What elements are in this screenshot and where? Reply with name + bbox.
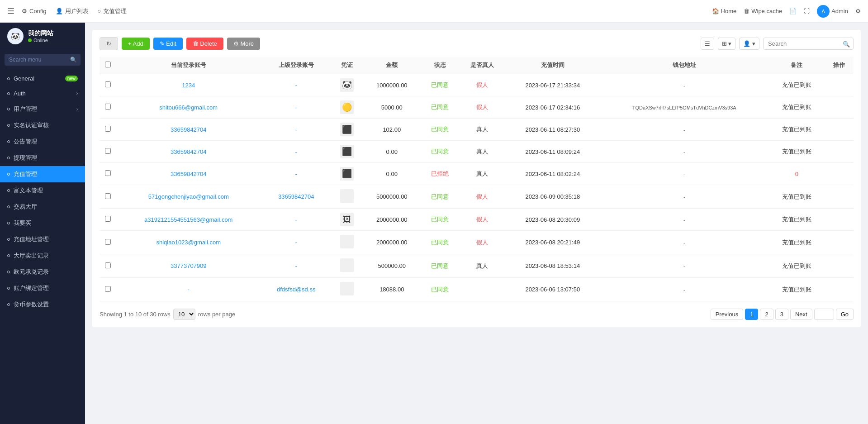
row-is-real: 真人	[459, 119, 505, 141]
page-1-button[interactable]: 1	[745, 309, 758, 320]
row-wallet-addr: -	[600, 231, 769, 254]
row-action	[825, 119, 854, 141]
hamburger-menu[interactable]: ☰	[7, 6, 14, 16]
sidebar-item-real-auth[interactable]: 实名认证审核	[0, 117, 85, 133]
row-amount: 1000000.00	[363, 74, 421, 96]
row-status: 已同意	[421, 278, 459, 301]
page-goto-input[interactable]	[814, 309, 834, 320]
nav-admin[interactable]: A Admin	[817, 5, 848, 18]
sidebar-item-recharge-addr[interactable]: 充值地址管理	[0, 231, 85, 248]
edit-button[interactable]: ✎ Edit	[153, 38, 183, 50]
nav-config[interactable]: ⚙ Config	[22, 8, 47, 14]
col-is-real: 是否真人	[459, 57, 505, 74]
previous-button[interactable]: Previous	[711, 309, 744, 320]
row-action	[825, 96, 854, 119]
nav-recharge-mgmt[interactable]: ○ 充值管理	[98, 7, 127, 15]
sidebar-item-withdraw[interactable]: 提现管理	[0, 150, 85, 166]
view-list-button[interactable]: ☰	[701, 38, 714, 50]
user-status: Online	[28, 38, 53, 43]
sidebar-item-currency[interactable]: 货币参数设置	[0, 296, 85, 313]
column-settings-button[interactable]: 👤 ▾	[739, 38, 759, 50]
refresh-button[interactable]: ↻	[100, 37, 118, 50]
row-voucher	[331, 278, 363, 301]
row-current-account: 33773707909	[116, 254, 261, 278]
sidebar-item-euro[interactable]: 欧元承兑记录	[0, 264, 85, 280]
row-current-account: a3192121554551563@gmail.com	[116, 209, 261, 231]
user-icon: 👤	[56, 8, 63, 14]
badge-new: new	[65, 76, 78, 81]
row-select-checkbox[interactable]	[105, 104, 111, 110]
search-menu-input[interactable]	[5, 54, 81, 66]
row-is-real	[459, 278, 505, 301]
row-action	[825, 74, 854, 96]
search-input[interactable]	[763, 38, 854, 50]
sidebar-item-richtext[interactable]: 富文本管理	[0, 182, 85, 199]
nav-doc-icon[interactable]: 📄	[789, 8, 797, 14]
showing-text: Showing 1 to 10 of 30 rows 10 20 50 rows…	[100, 309, 235, 320]
site-avatar: 🐼	[7, 28, 24, 44]
row-status: 已同意	[421, 141, 459, 163]
document-icon: 📄	[789, 8, 797, 14]
row-charge-time: 2023-06-09 00:35:18	[506, 185, 600, 209]
nav-settings[interactable]: ⚙	[855, 8, 861, 14]
page-2-button[interactable]: 2	[760, 309, 773, 320]
row-checkbox	[100, 141, 116, 163]
sidebar-item-trading[interactable]: 交易大厅	[0, 199, 85, 215]
row-charge-time: 2023-06-17 02:34:16	[506, 96, 600, 119]
add-button[interactable]: + Add	[122, 38, 150, 50]
row-remark: 充值已到账	[769, 278, 825, 301]
sidebar-item-hall-sell[interactable]: 大厅卖出记录	[0, 248, 85, 264]
row-charge-time: 2023-06-06 13:07:50	[506, 278, 600, 301]
sidebar-item-user-mgmt[interactable]: 用户管理 ›	[0, 101, 85, 117]
search-icon: 🔍	[70, 57, 77, 63]
sidebar-item-buy[interactable]: 我要买	[0, 215, 85, 231]
delete-button[interactable]: 🗑 Delete	[186, 38, 223, 50]
row-wallet-addr: -	[600, 209, 769, 231]
search-wrap: 🔍	[763, 38, 854, 50]
page-goto-button[interactable]: Go	[836, 309, 854, 320]
sidebar-item-auth[interactable]: Auth ›	[0, 86, 85, 101]
nav-fullscreen[interactable]: ⛶	[804, 8, 810, 14]
row-status: 已同意	[421, 119, 459, 141]
site-title: 我的网站	[28, 29, 53, 38]
row-parent-account: 33659842704	[261, 185, 331, 209]
page-3-button[interactable]: 3	[775, 309, 788, 320]
rows-per-page-select[interactable]: 10 20 50	[173, 309, 195, 320]
sidebar-item-general[interactable]: General new	[0, 71, 85, 86]
nav-wipe-cache[interactable]: 🗑 Wipe cache	[744, 8, 782, 14]
col-voucher: 凭证	[331, 57, 363, 74]
row-select-checkbox[interactable]	[105, 286, 111, 292]
row-select-checkbox[interactable]	[105, 126, 111, 132]
row-select-checkbox[interactable]	[105, 81, 111, 87]
nav-user-list[interactable]: 👤 用户列表	[56, 7, 89, 15]
col-current-account: 当前登录账号	[116, 57, 261, 74]
row-select-checkbox[interactable]	[105, 170, 111, 176]
row-select-checkbox[interactable]	[105, 262, 111, 268]
table-row: 33659842704 - ⬛ 102.00 已同意 真人 2023-06-11…	[100, 119, 854, 141]
row-select-checkbox[interactable]	[105, 239, 111, 245]
row-action	[825, 278, 854, 301]
row-select-checkbox[interactable]	[105, 148, 111, 154]
more-button[interactable]: ⚙ More	[227, 38, 260, 50]
view-grid-button[interactable]: ⊞ ▾	[718, 38, 736, 50]
row-checkbox	[100, 254, 116, 278]
row-action	[825, 254, 854, 278]
row-checkbox	[100, 209, 116, 231]
sidebar-item-announce[interactable]: 公告管理	[0, 133, 85, 150]
nav-home[interactable]: 🏠 Home	[712, 8, 737, 14]
row-is-real: 假人	[459, 96, 505, 119]
next-button[interactable]: Next	[790, 309, 812, 320]
table-card: ↻ + Add ✎ Edit 🗑 Delete ⚙ More ☰ ⊞ ▾ 👤 ▾…	[92, 30, 861, 327]
row-amount: 500000.00	[363, 254, 421, 278]
select-all-checkbox[interactable]	[105, 62, 111, 67]
table-row: 1234 - 🐼 1000000.00 已同意 假人 2023-06-17 21…	[100, 74, 854, 96]
col-parent-account: 上级登录账号	[261, 57, 331, 74]
row-wallet-addr: -	[600, 74, 769, 96]
sidebar-item-recharge-mgmt[interactable]: 充值管理	[0, 166, 85, 182]
row-current-account: -	[116, 278, 261, 301]
row-wallet-addr: -	[600, 254, 769, 278]
sidebar-item-account-bind[interactable]: 账户绑定管理	[0, 280, 85, 296]
search-menu-wrap: 🔍	[5, 54, 81, 66]
row-select-checkbox[interactable]	[105, 193, 111, 199]
row-select-checkbox[interactable]	[105, 216, 111, 222]
